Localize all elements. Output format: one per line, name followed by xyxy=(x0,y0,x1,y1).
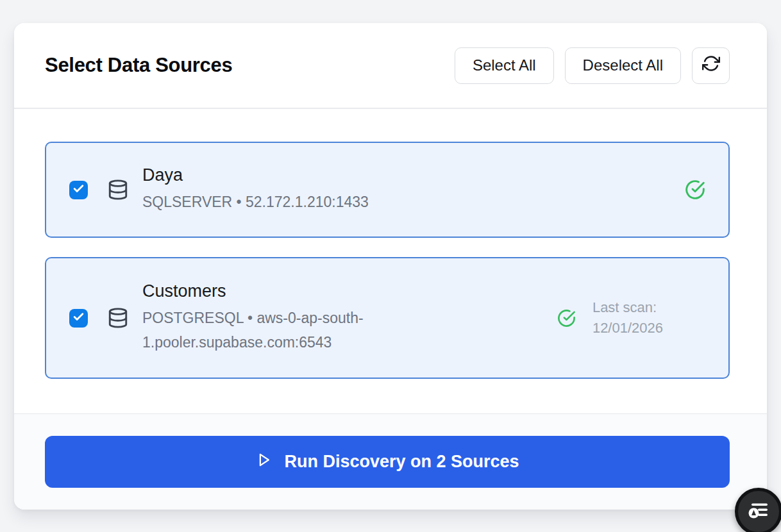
source-info: Daya SQLSERVER • 52.172.1.210:1433 xyxy=(142,165,369,215)
last-scan: Last scan: 12/01/2026 xyxy=(592,297,663,338)
source-meta: POSTGRESQL • aws-0-ap-south-1.pooler.sup… xyxy=(142,306,434,355)
last-scan-date: 12/01/2026 xyxy=(592,318,663,338)
run-discovery-button[interactable]: Run Discovery on 2 Sources xyxy=(45,436,730,488)
source-card-customers[interactable]: Customers POSTGRESQL • aws-0-ap-south-1.… xyxy=(45,257,730,379)
source-list: Daya SQLSERVER • 52.172.1.210:1433 xyxy=(14,109,767,413)
database-icon xyxy=(107,178,129,201)
source-name: Customers xyxy=(142,281,434,303)
deselect-all-button[interactable]: Deselect All xyxy=(565,47,681,84)
source-info: Customers POSTGRESQL • aws-0-ap-south-1.… xyxy=(142,281,434,355)
check-circle-icon xyxy=(557,309,576,328)
check-icon xyxy=(72,311,85,326)
header-actions: Select All Deselect All xyxy=(455,47,730,84)
check-circle-icon xyxy=(685,179,705,200)
source-status xyxy=(685,179,705,200)
source-checkbox[interactable] xyxy=(69,181,88,199)
run-discovery-label: Run Discovery on 2 Sources xyxy=(284,452,519,472)
last-scan-label: Last scan: xyxy=(592,297,663,318)
panel-header: Select Data Sources Select All Deselect … xyxy=(14,23,767,109)
page-title: Select Data Sources xyxy=(45,54,232,77)
source-card-daya[interactable]: Daya SQLSERVER • 52.172.1.210:1433 xyxy=(45,142,730,238)
refresh-icon xyxy=(702,54,720,76)
source-checkbox[interactable] xyxy=(69,309,88,328)
source-meta: SQLSERVER • 52.172.1.210:1433 xyxy=(142,190,369,215)
automation-widget-button[interactable] xyxy=(735,488,781,532)
check-icon xyxy=(72,183,85,197)
source-name: Daya xyxy=(142,165,369,187)
refresh-button[interactable] xyxy=(692,47,730,84)
automation-widget-icon xyxy=(746,497,771,526)
source-status: Last scan: 12/01/2026 xyxy=(557,297,663,338)
panel-footer: Run Discovery on 2 Sources xyxy=(14,413,767,510)
database-icon xyxy=(107,306,129,329)
select-all-button[interactable]: Select All xyxy=(455,47,554,84)
play-icon xyxy=(255,451,273,473)
select-data-sources-panel: Select Data Sources Select All Deselect … xyxy=(14,23,767,510)
